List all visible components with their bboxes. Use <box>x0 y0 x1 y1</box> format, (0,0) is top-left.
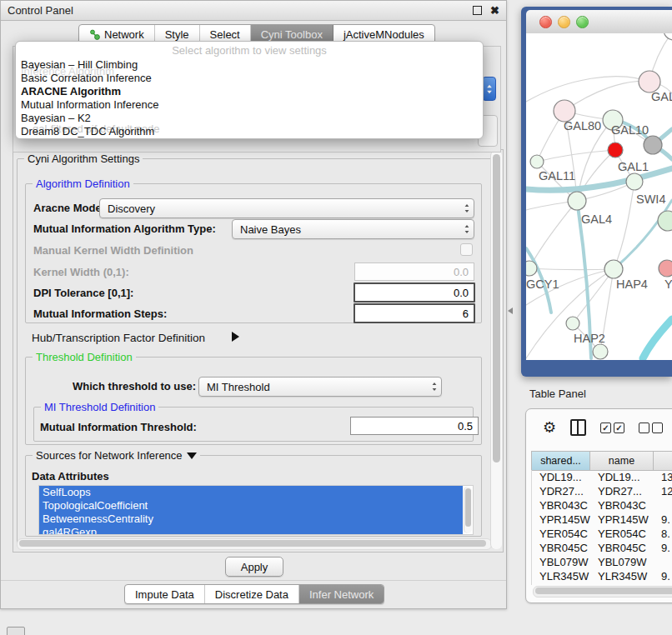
algorithm-option[interactable]: Basic Correlation Inference <box>16 72 483 85</box>
close-window-icon[interactable]: ✖ <box>490 4 499 17</box>
data-attribute-item[interactable]: TopologicalCoefficient <box>39 499 463 512</box>
table-cell: YLR345W <box>590 570 654 582</box>
table-row[interactable]: YER054CYER054C8. <box>532 527 672 541</box>
hub-definition-label[interactable]: Hub/Transcription Factor Definition <box>32 332 205 344</box>
attributes-vscrollbar[interactable] <box>464 487 472 533</box>
data-attribute-item[interactable]: BetweennessCentrality <box>39 512 463 526</box>
table-row[interactable]: YPR145WYPR145W9. <box>532 512 672 527</box>
table-row[interactable]: YLR345WYLR345W9. <box>532 569 672 583</box>
network-node[interactable] <box>626 173 643 190</box>
control-panel-titlebar[interactable]: Control Panel ✖ <box>1 1 506 21</box>
network-node[interactable] <box>644 136 662 154</box>
algorithm-option[interactable]: Dream8 DC_TDC Algorithm <box>16 125 483 138</box>
select-all-rows-icon[interactable]: ✓✓ <box>600 422 624 433</box>
tab-label: Impute Data <box>135 588 194 601</box>
which-threshold-stepper-icon <box>428 382 441 392</box>
column-header-name[interactable]: name <box>590 452 654 470</box>
network-node[interactable] <box>659 260 672 277</box>
table-cell: YBR045C <box>532 542 590 554</box>
settings-scroll-panel: Cyni Algorithm Settings Algorithm Defini… <box>13 149 504 552</box>
hub-expand-icon[interactable] <box>232 332 239 342</box>
sources-collapse-icon[interactable] <box>187 452 197 459</box>
network-node-label: SWI4 <box>636 192 665 206</box>
aracne-mode-select[interactable]: Discovery <box>99 198 474 218</box>
network-node[interactable] <box>566 317 579 330</box>
panel-splitter-handle[interactable] <box>508 308 514 315</box>
network-edge[interactable] <box>529 268 614 270</box>
table-panel: ⚙ ✓✓ shared... name YDL19...YDL19...13YD… <box>525 408 672 603</box>
network-node[interactable] <box>593 344 608 359</box>
mi-threshold-input[interactable] <box>350 417 479 435</box>
table-row[interactable]: YBL079WYBL079W <box>532 555 672 569</box>
settings-vscrollbar[interactable] <box>490 151 502 549</box>
settings-hscrollbar[interactable] <box>17 538 492 550</box>
kernel-width-label: Kernel Width (0,1): <box>33 266 129 278</box>
network-edge[interactable] <box>573 269 614 323</box>
data-attributes-list[interactable]: SelfLoopsTopologicalCoefficientBetweenne… <box>38 485 474 535</box>
kernel-width-input[interactable] <box>354 262 474 281</box>
network-node-label: GAL80 <box>564 119 601 132</box>
minimize-traffic-light[interactable] <box>558 16 570 28</box>
network-node[interactable] <box>608 142 623 158</box>
algorithm-combo-stepper[interactable] <box>482 77 496 101</box>
tab-impute-data[interactable]: Impute Data <box>125 585 205 603</box>
table-cell: YPR145W <box>590 513 654 526</box>
network-edge[interactable] <box>526 77 649 102</box>
table-cell: 8. <box>654 528 672 540</box>
table-row[interactable]: YBR043CYBR043C <box>532 498 672 512</box>
algorithm-placeholder: Select algorithm to view settings <box>16 42 483 57</box>
network-node[interactable] <box>530 155 544 168</box>
data-attribute-item[interactable]: SelfLoops <box>39 486 463 499</box>
mi-steps-label: Mutual Information Steps: <box>33 308 167 320</box>
network-node[interactable] <box>526 261 537 276</box>
tab-discretize-data[interactable]: Discretize Data <box>205 585 299 603</box>
table-row[interactable]: YBR045CYBR045C9. <box>532 541 672 555</box>
network-edge[interactable] <box>537 150 615 162</box>
network-window-titlebar[interactable] <box>526 10 672 34</box>
tab-infer-network[interactable]: Infer Network <box>299 585 384 603</box>
network-canvas[interactable]: GALGAL80GAL10GAL1GAL11SWI4GAL4GCY1HAP4YH… <box>526 33 672 360</box>
network-edge[interactable] <box>614 200 672 269</box>
close-traffic-light[interactable] <box>539 16 552 28</box>
threshold-definition-title: Threshold Definition <box>33 351 136 363</box>
column-visibility-icon[interactable] <box>570 419 586 436</box>
float-window-icon[interactable] <box>473 6 482 15</box>
algorithm-option[interactable]: Bayesian – Hill Climbing <box>16 58 483 72</box>
algorithm-option[interactable]: ARACNE Algorithm <box>16 85 483 98</box>
table-hscrollbar[interactable] <box>533 586 672 598</box>
network-edge[interactable] <box>643 319 672 358</box>
minimized-panel-icon[interactable] <box>7 627 25 635</box>
manual-kernel-checkbox[interactable] <box>460 243 473 256</box>
deselect-all-rows-icon[interactable] <box>639 422 663 433</box>
control-panel-title: Control Panel <box>8 4 73 17</box>
network-node-label: GAL4 <box>581 212 612 226</box>
table-row[interactable]: YIL052CYIL052C9 <box>532 583 672 585</box>
mi-type-select[interactable]: Naive Bayes <box>232 219 474 239</box>
table-cell: 9. <box>654 513 672 526</box>
manual-kernel-label: Manual Kernel Width Definition <box>33 244 193 257</box>
which-threshold-select[interactable]: MI Threshold <box>198 377 442 397</box>
network-node[interactable] <box>604 260 623 278</box>
table-settings-gear-icon[interactable]: ⚙ <box>543 420 556 435</box>
data-attribute-item[interactable]: gal4RGexp <box>39 526 463 535</box>
column-header-third[interactable] <box>654 452 672 470</box>
network-node[interactable] <box>568 192 586 210</box>
algorithm-option[interactable]: Bayesian – K2 <box>16 112 483 125</box>
tab-label: Select <box>210 28 240 41</box>
zoom-traffic-light[interactable] <box>576 16 589 28</box>
table-row[interactable]: YDR27...YDR27...12 <box>532 484 672 498</box>
dpi-tolerance-label: DPI Tolerance [0,1]: <box>33 287 133 299</box>
network-edge[interactable] <box>614 182 634 269</box>
table-row[interactable]: YDL19...YDL19...13 <box>532 470 672 484</box>
algorithm-option[interactable]: Mutual Information Inference <box>16 98 483 112</box>
dpi-tolerance-input[interactable] <box>354 282 475 302</box>
table-toolbar: ⚙ ✓✓ <box>526 409 672 446</box>
network-edge[interactable] <box>529 201 577 268</box>
network-node[interactable] <box>658 211 672 231</box>
mi-steps-input[interactable] <box>354 303 475 323</box>
column-header-shared-name[interactable]: shared... <box>532 452 590 470</box>
table-header-row: shared... name <box>531 451 672 471</box>
apply-button[interactable]: Apply <box>225 557 283 577</box>
mi-type-value: Naive Bayes <box>233 223 460 236</box>
network-edge[interactable] <box>564 81 649 111</box>
